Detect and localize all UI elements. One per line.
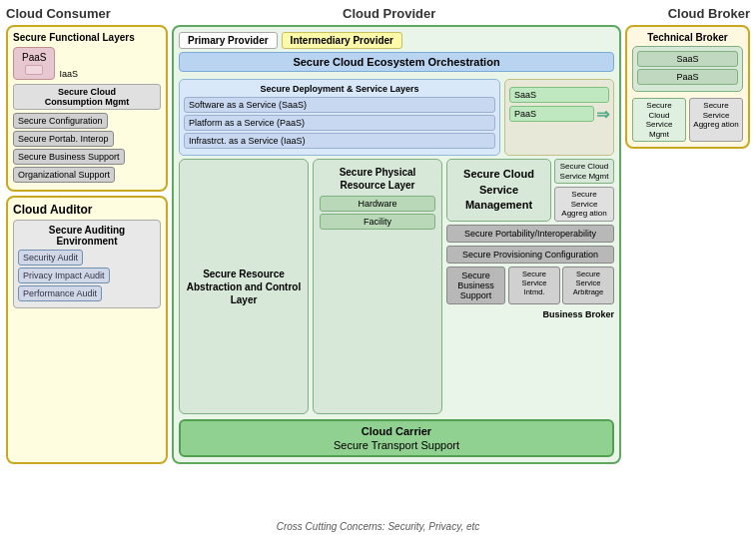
layout-container: Cloud Consumer Cloud Provider Cloud Brok…: [6, 6, 750, 536]
resource-abstraction-box: Secure Resource Abstraction and Control …: [179, 159, 309, 414]
auditing-env-title: Secure Auditing Environment: [18, 225, 156, 247]
secure-portab-btn[interactable]: Secure Portab. Interop: [13, 131, 114, 147]
three-col-layout: Secure Functional Layers PaaS IaaS Secur…: [6, 25, 750, 464]
business-broker-label: Business Broker: [446, 309, 614, 319]
broker-paas-item: PaaS: [637, 69, 738, 85]
saas-item: Software as a Service (SaaS): [184, 97, 495, 113]
secure-svc-arb-box: Secure Service Arbitrage: [562, 267, 614, 304]
tech-broker-label: Technical Broker: [632, 32, 743, 43]
security-audit-btn[interactable]: Security Audit: [18, 250, 83, 266]
secure-config-btn[interactable]: Secure Configuration: [13, 113, 108, 129]
middle-lower-row: Secure Resource Abstraction and Control …: [179, 159, 614, 414]
top-label-row: Cloud Consumer Cloud Provider Cloud Brok…: [6, 6, 750, 21]
resource-abstraction-label: Secure Resource Abstraction and Control …: [186, 268, 302, 306]
layers-row: Secure Deployment & Service Layers Softw…: [179, 79, 614, 156]
cloud-svc-mgmt-small: Secure Cloud Service Mgmt: [554, 159, 614, 184]
intermediary-provider-box: Intermediary Provider: [282, 32, 402, 49]
cloud-broker-label: Cloud Broker: [668, 6, 750, 21]
cloud-carrier-section: Cloud Carrier Secure Transport Support: [179, 419, 614, 457]
intermed-saas: SaaS: [509, 87, 609, 103]
provisioning-bar: Secure Provisioning Configuration: [446, 246, 614, 264]
paas-box: PaaS: [13, 47, 55, 80]
privacy-audit-btn[interactable]: Privacy Impact Audit: [18, 268, 110, 283]
iaas-item: Infrastrct. as a Service (IaaS): [184, 133, 495, 149]
col-left: Secure Functional Layers PaaS IaaS Secur…: [6, 25, 168, 464]
primary-provider-box: Primary Provider: [179, 32, 278, 49]
paas-item: Platform as a Service (PaaS): [184, 115, 495, 131]
physical-resource-box: Secure Physical Resource Layer Hardware …: [313, 159, 442, 414]
broker-outer: Technical Broker SaaS PaaS Secure Cloud …: [625, 25, 750, 149]
facility-item: Facility: [320, 214, 435, 230]
intermed-paas: PaaS: [509, 106, 594, 122]
deployment-layers-section: Secure Deployment & Service Layers Softw…: [179, 79, 500, 156]
iaas-label: IaaS: [59, 69, 78, 79]
provider-sub-header: Primary Provider Intermediary Provider: [179, 32, 614, 49]
biz-service-boxes: Secure Service Intmd. Secure Service Arb…: [508, 267, 614, 304]
auditor-title: Cloud Auditor: [13, 203, 161, 217]
org-support-btn[interactable]: Organizational Support: [13, 167, 115, 183]
intermed-section: SaaS PaaS ⇒: [504, 79, 614, 156]
consumption-mgmt-label: Secure CloudConsumption Mgmt: [13, 84, 161, 110]
cloud-consumer-label: Cloud Consumer: [6, 6, 111, 21]
broker-saas-paas: SaaS PaaS: [632, 46, 743, 92]
cloud-auditor-box: Cloud Auditor Secure Auditing Environmen…: [6, 196, 168, 464]
auditing-env: Secure Auditing Environment Security Aud…: [13, 220, 161, 308]
cloud-service-mgmt-box: Secure Cloud Service Management: [446, 159, 551, 222]
secure-biz-btn[interactable]: Secure Business Support: [13, 149, 125, 165]
hardware-item: Hardware: [320, 196, 435, 212]
broker-boxes: Secure Cloud Service Mgmt Secure Service…: [632, 98, 743, 142]
main-wrapper: Cloud Consumer Cloud Provider Cloud Brok…: [0, 0, 756, 542]
deployment-label: Secure Deployment & Service Layers: [184, 84, 495, 94]
carrier-transport: Secure Transport Support: [185, 439, 608, 451]
broker-saas-item: SaaS: [637, 51, 738, 67]
portability-bar: Secure Portability/Interoperability: [446, 225, 614, 243]
mgmt-col: Secure Cloud Service Management Secure C…: [446, 159, 614, 414]
carrier-title: Cloud Carrier: [185, 425, 608, 437]
ecosystem-bar: Secure Cloud Ecosystem Orchestration: [179, 52, 614, 72]
cloud-consumer-box: Secure Functional Layers PaaS IaaS Secur…: [6, 25, 168, 192]
cross-cutting-footer: Cross Cutting Concerns: Security, Privac…: [12, 521, 744, 532]
cloud-provider-label: Cloud Provider: [111, 6, 668, 21]
cloud-mgmt-row: Secure Cloud Service Management Secure C…: [446, 159, 614, 222]
func-layers-title: Secure Functional Layers: [13, 32, 161, 43]
provider-outer: Primary Provider Intermediary Provider S…: [172, 25, 621, 464]
performance-audit-btn[interactable]: Performance Audit: [18, 285, 102, 301]
biz-support-box: Secure Business Support: [446, 267, 505, 304]
physical-resource-title: Secure Physical Resource Layer: [320, 166, 435, 192]
paas-label: PaaS: [22, 52, 46, 63]
cloud-mgmt-side: Secure Cloud Service Mgmt Secure Service…: [554, 159, 614, 222]
broker-cloud-svc-mgmt: Secure Cloud Service Mgmt: [632, 98, 686, 142]
col-mid: Primary Provider Intermediary Provider S…: [172, 25, 621, 464]
secure-svc-intmd-box: Secure Service Intmd.: [508, 267, 560, 304]
col-right: Technical Broker SaaS PaaS Secure Cloud …: [625, 25, 750, 464]
broker-secure-svc-agg: Secure Service Aggreg ation: [689, 98, 743, 142]
secure-svc-agg-box: Secure Service Aggreg ation: [554, 187, 614, 222]
bottom-support-row: Secure Business Support Secure Service I…: [446, 267, 614, 304]
